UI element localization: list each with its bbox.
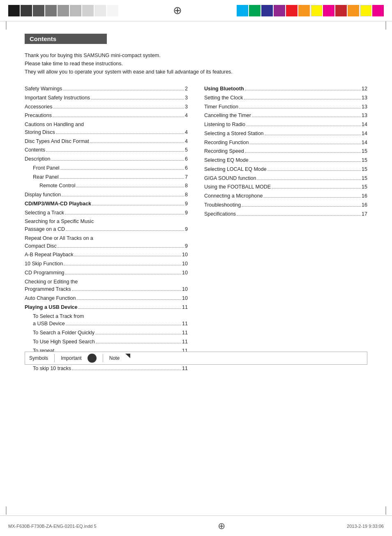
crosshair-bottom [218, 521, 225, 531]
toc-item-bluetooth: Using Bluetooth 12 [204, 85, 367, 93]
footer-left-text: MX-F630B-F730B-ZA-ENG-0201-EQ.indd 5 [8, 524, 97, 529]
toc-item-giga-sound: GIGA SOUND function 15 [204, 175, 367, 182]
toc-item-cd-mp3: CD/MP3/WMA-CD Playback 9 [25, 200, 188, 208]
toc-item-disc-types: Disc Types And Disc Format 4 [25, 138, 188, 145]
toc-item-front-panel: Front Panel 6 [25, 164, 188, 172]
toc-item-accessories: Accessories 3 [25, 103, 188, 111]
toc-item-to-skip-10: To skip 10 tracks 11 [25, 365, 188, 373]
toc-columns: Safety Warnings 2 Important Safety Instr… [25, 85, 367, 374]
toc-item-specifications: Specifications 17 [204, 210, 367, 218]
symbols-bar: Symbols Important Note [25, 352, 367, 365]
toc-item-repeat-all: Repeat One or All Tracks on a Compact Di… [25, 235, 188, 250]
toc-item-selecting-track: Selecting a Track 9 [25, 209, 188, 217]
toc-item-rear-panel: Rear Panel 7 [25, 173, 188, 181]
footer-right-text: 2013-2-19 9:33:06 [347, 524, 384, 529]
toc-item-display-function: Display function 8 [25, 191, 188, 199]
toc-item-select-track-usb: To Select a Track from a USB Device 11 [25, 313, 188, 328]
toc-item-connecting-microphone: Connecting a Microphone 16 [204, 192, 367, 200]
toc-item-troubleshooting: Troubleshooting 16 [204, 201, 367, 209]
main-content: Contents Thank you for buying this SAMSU… [0, 21, 392, 386]
symbols-label: Symbols [29, 355, 48, 361]
contents-heading: Contents [25, 34, 107, 44]
toc-item-checking-editing: Checking or Editing the Programmed Track… [25, 278, 188, 294]
toc-item-contents: Contents 5 [25, 146, 188, 154]
symbols-divider [54, 354, 55, 362]
intro-text: Thank you for buying this SAMSUNG mini-c… [25, 51, 367, 76]
toc-item-playing-usb: Playing a USB Device 11 [25, 304, 188, 311]
toc-item-remote-control: Remote Control 8 [25, 182, 188, 190]
toc-item-timer-function: Timer Function 13 [204, 103, 367, 111]
toc-item-cancelling-timer: Cancelling the Timer 13 [204, 112, 367, 120]
crosshair-top: ⊕ [127, 4, 228, 17]
intro-line1: Thank you for buying this SAMSUNG mini-c… [25, 51, 367, 60]
toc-item-cautions-handling: Cautions on Handling and Storing Discs 4 [25, 121, 188, 136]
toc-item-precautions: Precautions 4 [25, 112, 188, 120]
toc-item-recording-function: Recording Function 14 [204, 139, 367, 147]
toc-item-listening-radio: Listening to Radio 14 [204, 121, 367, 129]
toc-item-safety-warnings: Safety Warnings 2 [25, 85, 188, 93]
toc-item-eq-mode: Selecting EQ Mode 15 [204, 156, 367, 164]
color-blocks-left [8, 5, 118, 16]
toc-item-important-safety: Important Safety Instructions 3 [25, 94, 188, 102]
toc-item-football-mode: Using the FOOTBALL MODE 15 [204, 183, 367, 191]
toc-item-recording-speed: Recording Speed 15 [204, 147, 367, 155]
page-border-bottom-left [6, 506, 7, 515]
toc-item-stored-station: Selecting a Stored Station 14 [204, 130, 367, 138]
toc-item-auto-change: Auto Change Function 10 [25, 294, 188, 302]
color-blocks-right [237, 5, 384, 16]
footer: MX-F630B-F730B-ZA-ENG-0201-EQ.indd 5 201… [0, 515, 392, 536]
intro-line3: They will allow you to operate your syst… [25, 68, 367, 76]
note-icon [125, 354, 130, 363]
intro-line2: Please take time to read these instructi… [25, 60, 367, 68]
toc-item-high-speed: To Use High Speed Search 11 [25, 338, 188, 346]
toc-item-local-eq-mode: Selecting LOCAL EQ Mode 15 [204, 166, 367, 173]
top-registration-bar: ⊕ [0, 0, 392, 21]
note-label: Note [109, 355, 120, 361]
toc-left: Safety Warnings 2 Important Safety Instr… [25, 85, 188, 374]
toc-item-description: Description 6 [25, 155, 188, 163]
symbols-divider2 [103, 354, 103, 362]
toc-right: Using Bluetooth 12 Setting the Clock 13 … [204, 85, 367, 374]
toc-item-search-folder: To Search a Folder Quickly 11 [25, 329, 188, 337]
page-border-bottom-right [385, 506, 386, 515]
important-icon [88, 354, 97, 363]
toc-item-searching-music: Searching for a Specific Music Passage o… [25, 218, 188, 233]
toc-item-ab-repeat: A-B Repeat Playback 10 [25, 251, 188, 259]
toc-item-setting-clock: Setting the Clock 13 [204, 94, 367, 102]
important-label: Important [61, 355, 82, 361]
toc-item-10-skip: 10 Skip Function 10 [25, 260, 188, 268]
toc-item-cd-programming: CD Programming 10 [25, 269, 188, 277]
